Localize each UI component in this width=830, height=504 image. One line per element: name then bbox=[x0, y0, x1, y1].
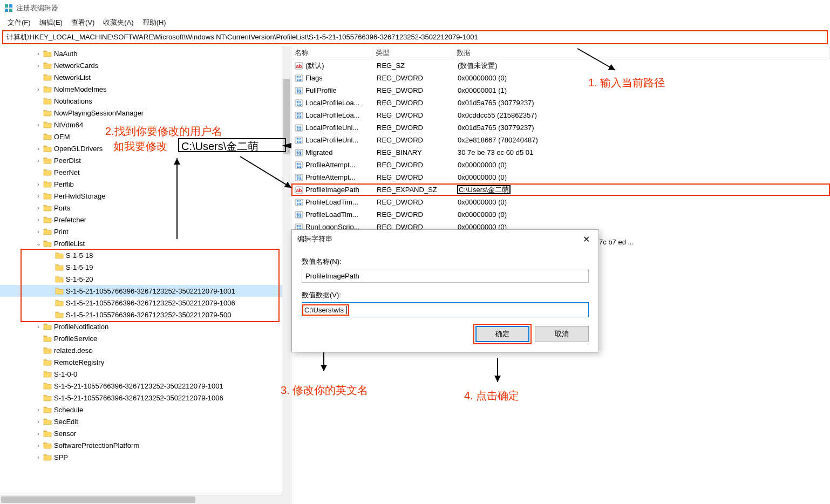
chevron-right-icon[interactable]: › bbox=[35, 62, 42, 69]
chevron-right-icon[interactable]: › bbox=[35, 228, 42, 235]
scroll-thumb[interactable] bbox=[1, 496, 195, 503]
chevron-right-icon[interactable]: › bbox=[35, 442, 42, 448]
tree-item[interactable]: NowPlayingSessionManager bbox=[0, 107, 291, 119]
tree-item[interactable]: OEM bbox=[0, 131, 291, 142]
value-row[interactable]: 011110FlagsREG_DWORD0x00000000 (0) bbox=[291, 72, 830, 84]
menu-help[interactable]: 帮助(H) bbox=[138, 17, 171, 29]
value-data: 0x0cddcc55 (215862357) bbox=[454, 111, 830, 119]
tree-item[interactable]: ›NtVdm64 bbox=[0, 119, 291, 131]
tree-item[interactable]: S-1-5-19 bbox=[0, 261, 291, 273]
tree-item[interactable]: ›OpenGLDrivers bbox=[0, 142, 291, 154]
chevron-right-icon[interactable]: › bbox=[35, 86, 42, 92]
values-list[interactable]: ab(默认)REG_SZ(数值未设置)011110FlagsREG_DWORD0… bbox=[291, 59, 830, 233]
dialog-title: 编辑字符串 bbox=[297, 234, 332, 244]
svg-rect-1 bbox=[9, 4, 12, 8]
tree-item[interactable]: ⌄ProfileList bbox=[0, 237, 291, 249]
registry-tree[interactable]: ›NaAuth›NetworkCardsNetworkList›NolmeMod… bbox=[0, 46, 291, 464]
chevron-down-icon[interactable]: ⌄ bbox=[35, 240, 42, 247]
value-row[interactable]: ab(默认)REG_SZ(数值未设置) bbox=[291, 59, 830, 72]
col-name[interactable]: 名称 bbox=[291, 47, 372, 59]
tree-item[interactable]: ›NolmeModelmes bbox=[0, 83, 291, 95]
chevron-right-icon[interactable]: › bbox=[35, 430, 42, 437]
tree-item[interactable]: S-1-5-18 bbox=[0, 249, 291, 261]
address-bar[interactable]: 计算机\HKEY_LOCAL_MACHINE\SOFTWARE\Microsof… bbox=[2, 30, 828, 44]
tree-scrollbar-vertical[interactable] bbox=[282, 46, 291, 495]
tree-item[interactable]: related.desc bbox=[0, 344, 291, 356]
tree-item[interactable]: ›SPP bbox=[0, 451, 291, 463]
value-row[interactable]: 011110LocalProfileUnl...REG_DWORD0x2e818… bbox=[291, 134, 830, 146]
binary-value-icon: 011110 bbox=[295, 124, 303, 132]
tree-item[interactable]: ProfileService bbox=[0, 332, 291, 344]
value-row[interactable]: 011110MigratedREG_BINARY30 7e be 73 ec 6… bbox=[291, 146, 830, 159]
tree-item[interactable]: ›Ports bbox=[0, 202, 291, 214]
tree-item[interactable]: ›Print bbox=[0, 226, 291, 237]
address-text: 计算机\HKEY_LOCAL_MACHINE\SOFTWARE\Microsof… bbox=[6, 32, 478, 42]
chevron-right-icon[interactable]: › bbox=[35, 121, 42, 128]
tree-item[interactable]: PeerNet bbox=[0, 166, 291, 178]
chevron-right-icon[interactable]: › bbox=[35, 181, 42, 187]
chevron-right-icon[interactable]: › bbox=[35, 454, 42, 460]
value-name-label: 数值名称(N): bbox=[302, 257, 589, 267]
chevron-right-icon[interactable]: › bbox=[35, 406, 42, 413]
tree-item[interactable]: S-1-5-21-1055766396-3267123252-350221207… bbox=[0, 380, 291, 392]
tree-item[interactable]: ›Sensor bbox=[0, 427, 291, 439]
tree-scrollbar-horizontal[interactable] bbox=[0, 495, 282, 504]
tree-item[interactable]: S-1-5-21-1055766396-3267123252-350221207… bbox=[0, 309, 291, 321]
tree-item[interactable]: S-1-5-20 bbox=[0, 273, 291, 285]
chevron-right-icon[interactable]: › bbox=[35, 216, 42, 223]
menu-favorites[interactable]: 收藏夹(A) bbox=[99, 17, 138, 29]
value-row[interactable]: 011110LocalProfileUnl...REG_DWORD0x01d5a… bbox=[291, 121, 830, 134]
value-row[interactable]: 011110FullProfileREG_DWORD0x00000001 (1) bbox=[291, 84, 830, 97]
menu-file[interactable]: 文件(F) bbox=[3, 17, 35, 29]
value-row[interactable]: 011110ProfileLoadTim...REG_DWORD0x000000… bbox=[291, 208, 830, 221]
tree-item[interactable]: ›Prefetcher bbox=[0, 214, 291, 226]
chevron-right-icon[interactable]: › bbox=[35, 323, 42, 330]
chevron-right-icon[interactable]: › bbox=[35, 145, 42, 152]
tree-item-label: OpenGLDrivers bbox=[54, 145, 103, 153]
chevron-right-icon[interactable]: › bbox=[35, 193, 42, 199]
tree-item[interactable]: ›Schedule bbox=[0, 404, 291, 416]
folder-icon bbox=[43, 335, 52, 342]
menu-view[interactable]: 查看(V) bbox=[67, 17, 99, 29]
tree-item[interactable]: ›Perflib bbox=[0, 178, 291, 190]
tree-item-label: Print bbox=[54, 228, 69, 236]
tree-item[interactable]: ›SecEdit bbox=[0, 416, 291, 427]
tree-item[interactable]: S-1-5-21-1055766396-3267123252-350221207… bbox=[0, 392, 291, 404]
tree-item[interactable]: ›NaAuth bbox=[0, 47, 291, 59]
tree-item[interactable]: S-1-0-0 bbox=[0, 368, 291, 380]
tree-item[interactable]: ›SoftwareProtectionPlatform bbox=[0, 439, 291, 451]
tree-item[interactable]: RemoteRegistry bbox=[0, 356, 291, 368]
tree-item[interactable]: ›PerHwIdStorage bbox=[0, 190, 291, 202]
value-data-input[interactable]: C:\Users\wls bbox=[302, 302, 589, 317]
tree-item[interactable]: S-1-5-21-1055766396-3267123252-350221207… bbox=[0, 285, 291, 297]
value-row[interactable]: 011110LocalProfileLoa...REG_DWORD0x0cddc… bbox=[291, 109, 830, 121]
chevron-right-icon[interactable]: › bbox=[35, 50, 42, 57]
value-row[interactable]: 011110ProfileAttempt...REG_DWORD0x000000… bbox=[291, 159, 830, 171]
menu-edit[interactable]: 编辑(E) bbox=[35, 17, 67, 29]
tree-item[interactable]: ›PeerDist bbox=[0, 154, 291, 166]
tree-item-label: ProfileService bbox=[54, 335, 97, 343]
tree-item[interactable]: ›NetworkCards bbox=[0, 59, 291, 71]
tree-item-label: S-1-5-19 bbox=[66, 263, 93, 271]
scroll-thumb[interactable] bbox=[283, 79, 290, 154]
dialog-close-button[interactable]: ✕ bbox=[580, 233, 593, 246]
col-data[interactable]: 数据 bbox=[453, 47, 830, 59]
ok-button[interactable]: 确定 bbox=[475, 326, 529, 342]
col-type[interactable]: 类型 bbox=[372, 47, 453, 59]
cancel-button[interactable]: 取消 bbox=[535, 326, 589, 342]
folder-icon bbox=[55, 263, 64, 271]
tree-item[interactable]: S-1-5-21-1055766396-3267123252-350221207… bbox=[0, 297, 291, 309]
folder-icon bbox=[43, 73, 52, 81]
tree-item[interactable]: ›ProfileNotification bbox=[0, 321, 291, 332]
tree-item[interactable]: NetworkList bbox=[0, 71, 291, 83]
tree-item[interactable]: Notifications bbox=[0, 95, 291, 107]
value-name: LocalProfileLoa... bbox=[305, 111, 373, 119]
chevron-right-icon[interactable]: › bbox=[35, 205, 42, 211]
value-row[interactable]: 011110ProfileLoadTim...REG_DWORD0x000000… bbox=[291, 196, 830, 208]
values-header: 名称 类型 数据 bbox=[291, 46, 830, 59]
chevron-right-icon[interactable]: › bbox=[35, 157, 42, 164]
chevron-right-icon[interactable]: › bbox=[35, 418, 42, 425]
value-row[interactable]: 011110LocalProfileLoa...REG_DWORD0x01d5a… bbox=[291, 97, 830, 109]
value-row[interactable]: abProfileImagePathREG_EXPAND_SZC:\Users\… bbox=[291, 183, 830, 196]
value-row[interactable]: 011110ProfileAttempt...REG_DWORD0x000000… bbox=[291, 171, 830, 183]
